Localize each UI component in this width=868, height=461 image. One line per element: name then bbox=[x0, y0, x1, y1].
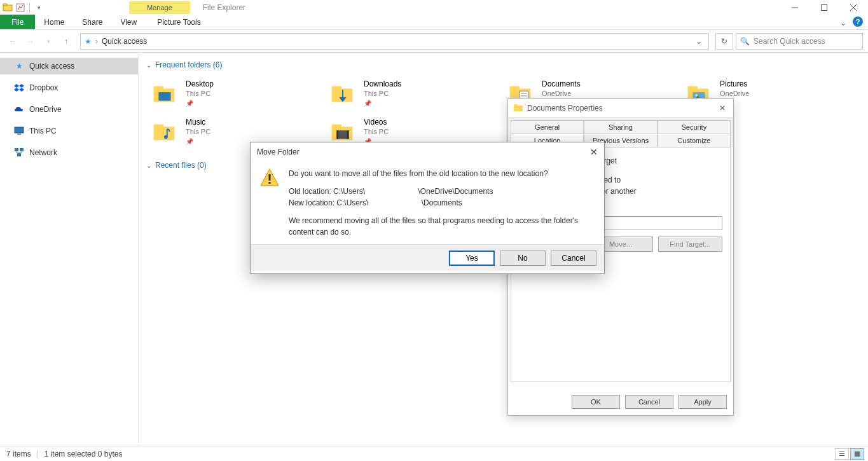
help-icon[interactable]: ? bbox=[853, 17, 863, 27]
svg-rect-16 bbox=[332, 86, 341, 90]
svg-rect-35 bbox=[514, 106, 523, 111]
folder-sub: OneDrive bbox=[542, 89, 581, 98]
apply-button[interactable]: Apply bbox=[679, 395, 727, 409]
svg-rect-31 bbox=[332, 125, 341, 128]
no-button[interactable]: No bbox=[500, 251, 546, 266]
ok-button[interactable]: OK bbox=[572, 395, 620, 409]
close-icon[interactable]: ✕ bbox=[590, 147, 598, 157]
tab-customize[interactable]: Customize bbox=[658, 134, 731, 148]
group-title: Frequent folders (6) bbox=[155, 60, 222, 69]
status-item-count: 7 items bbox=[6, 450, 31, 458]
address-text: Quick access bbox=[102, 37, 689, 46]
address-bar[interactable]: ★ › Quick access ⌄ bbox=[80, 33, 709, 50]
tab-share[interactable]: Share bbox=[73, 15, 111, 29]
collapse-ribbon-icon[interactable]: ⌄ bbox=[840, 18, 846, 27]
svg-rect-8 bbox=[17, 134, 21, 135]
dialog-title: Move Folder bbox=[257, 148, 590, 156]
move-recommendation: We recommend moving all of the files so … bbox=[289, 215, 593, 238]
folder-sub: OneDrive bbox=[720, 89, 749, 98]
sidebar-item-dropbox[interactable]: Dropbox bbox=[0, 79, 138, 96]
folder-item-desktop[interactable]: DesktopThis PC📌 bbox=[146, 74, 312, 113]
forward-button[interactable]: → bbox=[23, 34, 38, 49]
group-frequent-folders[interactable]: ⌄ Frequent folders (6) bbox=[146, 60, 860, 69]
svg-rect-4 bbox=[822, 4, 827, 10]
folder-icon bbox=[149, 78, 179, 109]
tab-view[interactable]: View bbox=[111, 15, 146, 29]
move-folder-dialog: Move Folder ✕ Do you want to move all of… bbox=[250, 142, 605, 274]
folder-name: Music bbox=[186, 118, 210, 128]
group-title: Recent files (0) bbox=[155, 161, 207, 170]
svg-rect-7 bbox=[15, 127, 24, 133]
app-title: File Explorer bbox=[190, 3, 245, 12]
titlebar: ▾ Manage File Explorer bbox=[0, 0, 868, 15]
folder-sub: This PC bbox=[364, 127, 389, 136]
find-target-button[interactable]: Find Target... bbox=[658, 237, 722, 252]
sidebar-item-quick-access[interactable]: ★ Quick access bbox=[0, 58, 138, 74]
properties-icon[interactable] bbox=[15, 3, 25, 13]
svg-rect-27 bbox=[154, 127, 175, 140]
svg-rect-10 bbox=[20, 148, 24, 151]
svg-rect-1 bbox=[3, 4, 7, 6]
yes-button[interactable]: Yes bbox=[449, 251, 495, 266]
tab-home[interactable]: Home bbox=[35, 15, 73, 29]
folder-sub: This PC bbox=[364, 89, 401, 98]
maximize-button[interactable] bbox=[809, 0, 839, 15]
svg-rect-37 bbox=[269, 174, 271, 181]
sidebar-item-network[interactable]: Network bbox=[0, 144, 138, 161]
up-button[interactable]: ↑ bbox=[59, 34, 74, 49]
svg-rect-24 bbox=[688, 86, 698, 90]
cancel-button[interactable]: Cancel bbox=[625, 395, 673, 409]
recent-dropdown[interactable]: ▾ bbox=[41, 34, 56, 49]
view-large-icons-button[interactable]: ▦ bbox=[850, 448, 864, 460]
address-dropdown-icon[interactable]: ⌄ bbox=[693, 37, 705, 46]
svg-rect-38 bbox=[269, 182, 271, 184]
cancel-button[interactable]: Cancel bbox=[551, 251, 596, 266]
folder-icon bbox=[149, 116, 179, 147]
monitor-icon bbox=[14, 126, 24, 136]
address-separator: › bbox=[95, 37, 98, 46]
navigation-bar: ← → ▾ ↑ ★ › Quick access ⌄ ↻ 🔍 Search Qu… bbox=[0, 30, 868, 53]
onedrive-icon bbox=[14, 104, 24, 114]
folder-name: Desktop bbox=[186, 79, 214, 90]
tab-file[interactable]: File bbox=[0, 15, 35, 29]
folder-icon bbox=[327, 78, 357, 109]
context-tab-manage[interactable]: Manage bbox=[129, 1, 190, 14]
minimize-button[interactable] bbox=[780, 0, 809, 15]
sidebar-label: This PC bbox=[29, 127, 57, 135]
folder-item-downloads[interactable]: DownloadsThis PC📌 bbox=[324, 74, 490, 113]
pin-icon: 📌 bbox=[186, 137, 210, 146]
dropbox-icon bbox=[14, 83, 24, 93]
folder-name: Documents bbox=[542, 79, 581, 90]
svg-rect-18 bbox=[510, 86, 520, 90]
folder-name: Videos bbox=[364, 118, 389, 128]
svg-rect-14 bbox=[158, 92, 170, 100]
old-location: Old location: C:\Users\ \OneDrive\Docume… bbox=[289, 186, 593, 197]
quick-access-toolbar: ▾ bbox=[0, 0, 46, 15]
close-button[interactable] bbox=[839, 0, 868, 15]
tab-security[interactable]: Security bbox=[658, 120, 731, 134]
ribbon-tabs: File Home Share View Picture Tools ⌄ ? bbox=[0, 15, 868, 30]
sidebar-item-this-pc[interactable]: This PC bbox=[0, 123, 138, 139]
tab-picture-tools[interactable]: Picture Tools bbox=[148, 15, 209, 29]
svg-rect-36 bbox=[514, 104, 518, 106]
explorer-icon bbox=[3, 3, 13, 13]
dialog-titlebar[interactable]: Move Folder ✕ bbox=[251, 142, 604, 162]
qat-dropdown-icon[interactable]: ▾ bbox=[34, 3, 44, 13]
tab-sharing[interactable]: Sharing bbox=[584, 120, 657, 134]
folder-name: Downloads bbox=[364, 79, 401, 90]
search-box[interactable]: 🔍 Search Quick access bbox=[736, 33, 863, 50]
folder-icon bbox=[513, 103, 523, 113]
dialog-titlebar[interactable]: Documents Properties ✕ bbox=[508, 99, 733, 118]
warning-icon bbox=[259, 168, 280, 188]
refresh-button[interactable]: ↻ bbox=[715, 33, 733, 50]
svg-rect-34 bbox=[347, 130, 349, 139]
tab-general[interactable]: General bbox=[511, 120, 584, 134]
view-details-button[interactable]: ☰ bbox=[835, 448, 849, 460]
svg-point-29 bbox=[164, 135, 168, 139]
sidebar-item-onedrive[interactable]: OneDrive bbox=[0, 101, 138, 118]
network-icon bbox=[14, 148, 24, 158]
back-button[interactable]: ← bbox=[5, 34, 20, 49]
pin-icon: 📌 bbox=[186, 99, 214, 107]
close-icon[interactable]: ✕ bbox=[717, 104, 728, 113]
search-placeholder: Search Quick access bbox=[754, 37, 825, 46]
